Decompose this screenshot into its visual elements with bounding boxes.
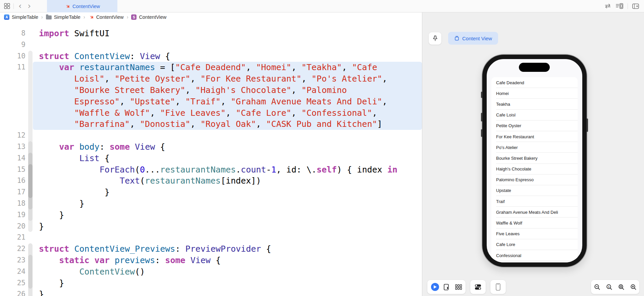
forward-icon[interactable]: › [26,2,33,10]
line-number[interactable]: 21 [0,232,25,243]
code-line[interactable]: } [39,221,397,232]
line-number[interactable]: 20 [0,221,25,232]
code-line[interactable]: Espresso", "Upstate", "Traif", "Graham A… [39,96,397,107]
restaurant-row[interactable]: Traif [491,196,578,207]
line-number[interactable]: 26 [0,289,25,296]
line-number[interactable]: 22 [0,243,25,255]
restaurant-row[interactable]: Confessional [491,250,578,261]
code-line[interactable]: ContentView() [39,266,397,278]
restaurant-row[interactable]: Petite Oyster [491,120,578,131]
line-number[interactable] [0,118,25,130]
tabs-overview-icon[interactable] [4,3,10,9]
line-number[interactable]: 9 [0,39,25,51]
pin-icon [432,35,438,42]
restaurant-row[interactable]: Cafe Lore [491,239,578,250]
fold-ribbon[interactable] [28,164,33,198]
line-number[interactable]: 10 [0,51,25,62]
code-line[interactable]: } [39,289,397,296]
pin-preview-button[interactable] [429,32,441,45]
line-number[interactable]: 17 [0,187,25,198]
code-line[interactable]: Loisl", "Petite Oyster", "For Kee Restau… [39,73,397,85]
restaurant-row[interactable]: Barrafina [491,261,578,262]
code-editor[interactable]: 891011121314151617181920212223242526 imp… [0,21,422,296]
code-line[interactable]: var body: some View { [39,141,397,153]
code-line[interactable]: static var previews: some View { [39,255,397,266]
breadcrumb-item-simpletable[interactable]: ASimpleTable [4,14,38,20]
restaurant-row[interactable]: Upstate [491,185,578,196]
restaurant-row[interactable]: Cafe Deadend [491,77,578,88]
line-number[interactable]: 18 [0,198,25,209]
code-line[interactable]: "Bourke Street Bakery", "Haigh's Chocola… [39,85,397,96]
restaurant-row[interactable]: Graham Avenue Meats And Deli [491,207,578,217]
code-line[interactable] [39,130,397,141]
back-icon[interactable]: ‹ [17,2,23,10]
code-line[interactable]: struct ContentView_Previews: PreviewProv… [39,243,397,255]
line-number[interactable]: 16 [0,175,25,187]
restaurant-row[interactable]: Bourke Street Bakery [491,153,578,163]
line-number[interactable]: 19 [0,209,25,221]
code-line[interactable]: import SwiftUI [39,28,397,39]
code-line[interactable]: } [39,198,397,209]
restaurant-list: Cafe DeadendHomeiTeakhaCafe LoislPetite … [491,77,578,262]
line-number[interactable]: 8 [0,28,25,39]
restaurant-row[interactable]: Cafe Loisl [491,110,578,120]
restaurant-row[interactable]: Waffle & Wolf [491,217,578,228]
restaurant-row[interactable]: Po's Atelier [491,142,578,153]
code-line[interactable] [39,39,397,51]
folder-icon [46,15,52,19]
code-line[interactable]: ForEach(0...restaurantNames.count-1, id:… [39,164,397,176]
restaurant-row[interactable]: For Kee Restaurant [491,131,578,142]
line-number[interactable]: 11 [0,62,25,73]
add-editor-icon[interactable] [632,3,639,9]
line-number[interactable]: 24 [0,266,25,278]
swap-editors-icon[interactable] [604,3,611,9]
line-number[interactable]: 25 [0,278,25,289]
restaurant-row[interactable]: Haigh's Chocolate [491,164,578,175]
restaurant-row[interactable]: Five Leaves [491,229,578,239]
live-preview-button[interactable] [431,283,439,291]
variants-mode-button[interactable] [455,284,462,290]
line-number[interactable] [0,85,25,96]
code-line[interactable]: "Barrafina", "Donostia", "Royal Oak", "C… [39,118,397,130]
code-line[interactable]: } [39,209,397,221]
zoom-out-button[interactable] [592,281,602,293]
zoom-fit-button[interactable] [616,281,626,293]
breadcrumb-item-simpletable[interactable]: SimpleTable [46,14,80,20]
breadcrumb-separator-icon: › [41,14,43,20]
code-line[interactable] [39,232,397,243]
zoom-100-button[interactable]: 1 [604,281,614,293]
xcodeproj-icon: A [4,14,9,20]
breadcrumb-separator-icon: › [126,14,128,20]
device-button[interactable] [490,280,506,294]
line-number[interactable]: 15 [0,164,25,176]
selectable-mode-button[interactable] [443,284,450,291]
iphone-screen: Cafe DeadendHomeiTeakhaCafe LoislPetite … [487,59,582,262]
line-number[interactable]: 12 [0,130,25,141]
breadcrumb-item-contentview[interactable]: SContentView [131,14,166,20]
preview-device-chip[interactable]: Content View [448,32,498,45]
restaurant-row[interactable]: Palomino Espresso [491,175,578,185]
line-number[interactable]: 14 [0,153,25,164]
line-number[interactable]: 13 [0,141,25,153]
preview-settings-button[interactable] [470,280,486,294]
code-line[interactable]: Text(restaurantNames[index]) [39,175,397,187]
restaurant-row[interactable]: Teakha [491,99,578,109]
code-line[interactable]: } [39,187,397,198]
breadcrumb-item-contentview[interactable]: ContentView [88,14,124,20]
code-line[interactable]: } [39,278,397,289]
editor-options-icon[interactable] [615,3,624,9]
code-line[interactable]: List { [39,153,397,164]
fold-ribbon[interactable] [28,255,33,289]
line-number[interactable] [0,73,25,85]
line-number-gutter[interactable]: 891011121314151617181920212223242526 [0,28,25,296]
code-line[interactable]: "Waffle & Wolf", "Five Leaves", "Cafe Lo… [39,107,397,119]
code-line[interactable]: struct ContentView: View { [39,51,397,62]
code-lines[interactable]: import SwiftUIstruct ContentView: View {… [39,28,397,296]
code-line[interactable]: var restaurantNames = ["Cafe Deadend", "… [39,62,397,73]
line-number[interactable] [0,96,25,107]
line-number[interactable]: 23 [0,255,25,266]
zoom-in-button[interactable] [628,281,638,293]
tab-contentview[interactable]: ContentView [47,0,117,12]
line-number[interactable] [0,107,25,119]
restaurant-row[interactable]: Homei [491,88,578,99]
